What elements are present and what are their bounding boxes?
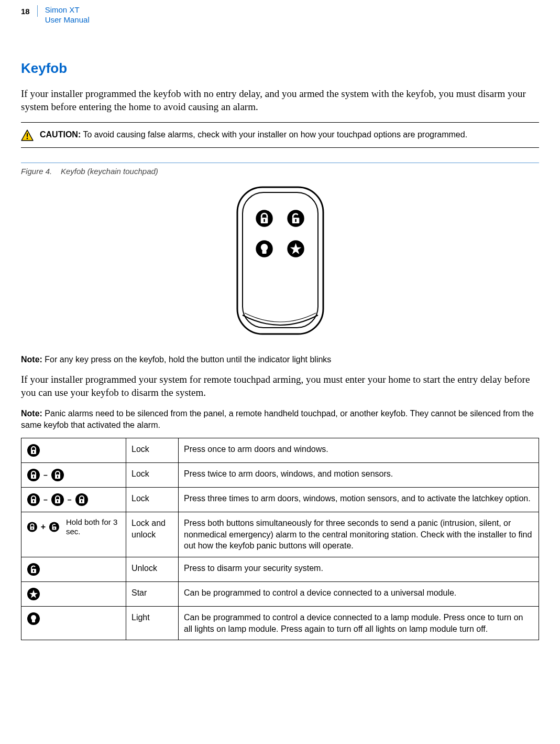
button-desc: Press to disarm your security system. bbox=[179, 557, 539, 581]
dash-separator: – bbox=[43, 470, 48, 480]
lock-icon bbox=[27, 468, 40, 482]
caution-text: CAUTION: To avoid causing false alarms, … bbox=[40, 129, 467, 141]
svg-rect-13 bbox=[243, 192, 318, 328]
icon-sequence bbox=[27, 563, 120, 576]
caution-label: CAUTION: bbox=[40, 130, 81, 139]
icon-sequence: – bbox=[27, 468, 120, 482]
lock-icon bbox=[27, 520, 38, 534]
doc-subtitle: User Manual bbox=[45, 15, 90, 24]
figure-label: Figure 4. bbox=[21, 167, 52, 176]
note-label: Note: bbox=[21, 409, 42, 418]
button-desc: Can be programmed to control a device co… bbox=[179, 581, 539, 606]
button-name: Lock bbox=[126, 463, 179, 488]
note-2-text: Panic alarms need to be silenced from th… bbox=[21, 409, 534, 429]
figure-title: Keyfob (keychain touchpad) bbox=[61, 167, 158, 176]
icon-sequence bbox=[27, 444, 120, 457]
icon-sequence: – – bbox=[27, 493, 120, 506]
table-row: Lock Press once to arm doors and windows… bbox=[21, 438, 539, 463]
star-icon bbox=[27, 587, 40, 601]
button-name: Lock and unlock bbox=[126, 512, 179, 557]
table-row: Unlock Press to disarm your security sys… bbox=[21, 557, 539, 581]
page-header: 18 Simon XT User Manual bbox=[21, 5, 539, 25]
note-1-text: For any key press on the keyfob, hold th… bbox=[45, 355, 331, 364]
button-desc: Press once to arm doors and windows. bbox=[179, 438, 539, 463]
table-row: Light Can be programmed to control a dev… bbox=[21, 606, 539, 640]
button-name: Star bbox=[126, 581, 179, 606]
figure-caption: Figure 4. Keyfob (keychain touchpad) bbox=[21, 163, 539, 177]
button-name: Lock bbox=[126, 438, 179, 463]
icon-sequence bbox=[27, 612, 120, 626]
lock-icon bbox=[51, 468, 64, 482]
table-row: + Hold both for 3 sec. Lock and unlock P… bbox=[21, 512, 539, 557]
button-desc: Press both buttons simultaneously for th… bbox=[179, 512, 539, 557]
keyfob-illustration bbox=[223, 183, 338, 340]
hold-note: Hold both for 3 sec. bbox=[66, 517, 120, 536]
lock-icon bbox=[51, 493, 64, 506]
keyfob-functions-table: Lock Press once to arm doors and windows… bbox=[21, 438, 539, 640]
section-title: Keyfob bbox=[21, 59, 539, 78]
lock-icon bbox=[27, 493, 40, 506]
plus-separator: + bbox=[41, 521, 46, 533]
table-row: – – Lock Press three times to arm doors,… bbox=[21, 488, 539, 512]
button-desc: Can be programmed to control a device co… bbox=[179, 606, 539, 640]
note-1: Note: For any key press on the keyfob, h… bbox=[21, 354, 539, 365]
button-name: Light bbox=[126, 606, 179, 640]
page-number: 18 bbox=[21, 5, 38, 17]
keyfob-figure bbox=[21, 183, 539, 340]
dash-separator: – bbox=[43, 495, 48, 505]
note-label: Note: bbox=[21, 355, 42, 364]
button-name: Unlock bbox=[126, 557, 179, 581]
product-name: Simon XT bbox=[45, 5, 80, 14]
unlock-icon bbox=[49, 520, 60, 534]
caution-body: To avoid causing false alarms, check wit… bbox=[83, 130, 467, 139]
mid-paragraph: If your installer programmed your system… bbox=[21, 373, 539, 400]
caution-icon bbox=[21, 130, 34, 141]
lock-icon bbox=[75, 493, 89, 506]
button-name: Lock bbox=[126, 488, 179, 512]
lock-icon bbox=[27, 444, 40, 457]
button-desc: Press twice to arm doors, windows, and m… bbox=[179, 463, 539, 488]
intro-paragraph: If your installer programmed the keyfob … bbox=[21, 87, 539, 114]
dash-separator: – bbox=[68, 495, 72, 505]
table-row: – Lock Press twice to arm doors, windows… bbox=[21, 463, 539, 488]
note-2: Note: Panic alarms need to be silenced f… bbox=[21, 408, 539, 430]
button-desc: Press three times to arm doors, windows,… bbox=[179, 488, 539, 512]
doc-title: Simon XT User Manual bbox=[45, 5, 90, 25]
light-icon bbox=[27, 612, 40, 626]
icon-sequence bbox=[27, 587, 120, 601]
table-row: Star Can be programmed to control a devi… bbox=[21, 581, 539, 606]
icon-sequence: + Hold both for 3 sec. bbox=[27, 517, 120, 536]
unlock-icon bbox=[27, 563, 40, 576]
caution-box: CAUTION: To avoid causing false alarms, … bbox=[21, 122, 539, 148]
